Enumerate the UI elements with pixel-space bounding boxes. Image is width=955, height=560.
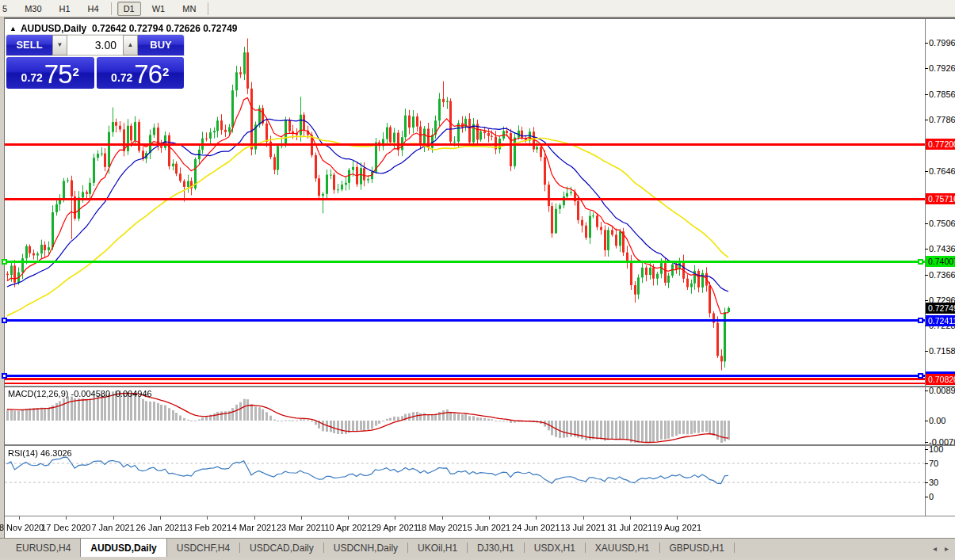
price-badge-0.70820: 0.70820 xyxy=(926,374,955,385)
timeframe-button-h1[interactable]: H1 xyxy=(53,2,77,16)
line-endpoint-handle[interactable] xyxy=(918,373,923,379)
price-badge-0.72749: 0.72749 xyxy=(926,303,955,314)
tab-scroll-left-icon[interactable]: ◂ xyxy=(933,544,937,553)
date-axis-tick xyxy=(677,516,678,520)
horizontal-line-0.75716[interactable] xyxy=(5,198,925,200)
price-axis-label: 0.74360 xyxy=(929,244,955,253)
date-axis-label: 18 May 2021 xyxy=(417,523,468,532)
price-axis-tick xyxy=(925,300,928,301)
rsi-axis-label: 30 xyxy=(929,478,938,487)
macd-axis-tick xyxy=(925,421,928,421)
price-axis-label: 0.71580 xyxy=(929,346,955,356)
price-axis-label: 0.76460 xyxy=(929,166,955,176)
chart-tab-ukoil[interactable]: UKOil,H1 xyxy=(408,539,467,558)
price-axis-label: 0.73660 xyxy=(929,270,955,280)
buy-price-bigfigure: 0.72 xyxy=(111,69,132,86)
tab-scroll-right-icon[interactable]: ▸ xyxy=(945,544,949,553)
buy-price-pipette: 2 xyxy=(162,57,169,87)
chart-tab-usdx[interactable]: USDX,H1 xyxy=(525,539,585,558)
macd-label: MACD(12,26,9) -0.004580 -0.004946 xyxy=(8,389,152,398)
metatrader-window: 5M30H1H4D1W1MN ▲AUDUSD,Daily 0.72642 0.7… xyxy=(0,0,955,560)
rsi-axis-tick xyxy=(925,463,928,464)
price-axis-tick xyxy=(925,223,928,224)
date-axis-label: 24 Jun 2021 xyxy=(512,523,560,532)
chart-tab-usdcad[interactable]: USDCAD,Daily xyxy=(240,539,323,558)
rsi-panel-separator[interactable] xyxy=(5,444,955,446)
buy-button[interactable]: BUY xyxy=(138,35,184,55)
price-axis-label: 0.79260 xyxy=(929,63,955,73)
horizontal-line-0.74007[interactable] xyxy=(5,261,925,263)
date-axis-tick xyxy=(442,516,443,520)
macd-axis-tick xyxy=(925,442,928,443)
buy-price-box[interactable]: 0.72 76 2 xyxy=(97,57,185,89)
date-axis-tick xyxy=(160,516,161,520)
price-axis-tick xyxy=(925,351,928,352)
timeframe-toolbar: 5M30H1H4D1W1MN xyxy=(0,0,955,17)
rsi-axis-tick xyxy=(925,449,928,450)
line-endpoint-handle[interactable] xyxy=(2,318,7,323)
chart-tab-eurusd[interactable]: EURUSD,H4 xyxy=(6,539,80,558)
macd-values: -0.004580 -0.004946 xyxy=(71,389,151,398)
price-badge-0.72411: 0.72411 xyxy=(926,315,955,326)
date-axis-label: 19 Aug 2021 xyxy=(652,523,701,532)
chart-tab-gbpusd[interactable]: GBPUSD,H1 xyxy=(660,539,734,558)
chart-tab-audusd[interactable]: AUDUSD,Daily xyxy=(80,539,166,558)
price-badge-0.75716: 0.75716 xyxy=(926,193,955,204)
timeframe-button-5[interactable]: 5 xyxy=(0,2,13,16)
date-axis-tick xyxy=(395,516,395,520)
price-axis-label: 0.77860 xyxy=(929,115,955,124)
timeframe-button-d1[interactable]: D1 xyxy=(117,2,141,16)
rsi-axis-tick xyxy=(925,497,928,497)
ohlc-open: 0.72642 xyxy=(92,23,126,34)
line-endpoint-handle[interactable] xyxy=(2,373,7,379)
toolbar-separator xyxy=(111,2,112,15)
chart-tab-xauusd[interactable]: XAUUSD,H1 xyxy=(586,539,659,558)
macd-axis-label: 0.00 xyxy=(929,416,945,425)
tab-separator xyxy=(734,543,735,553)
price-axis-label: 0.79960 xyxy=(929,38,955,48)
chart-tab-dj30[interactable]: DJ30,H1 xyxy=(468,539,524,558)
rsi-axis-tick xyxy=(925,482,928,483)
date-axis-tick xyxy=(113,516,114,520)
line-endpoint-handle[interactable] xyxy=(2,259,7,265)
timeframe-button-m30[interactable]: M30 xyxy=(18,2,48,16)
date-axis-label: 13 Jul 2021 xyxy=(560,523,605,532)
line-endpoint-handle[interactable] xyxy=(918,318,923,323)
price-axis-label: 0.78560 xyxy=(929,90,955,99)
sell-button[interactable]: SELL xyxy=(6,35,52,55)
macd-panel-separator[interactable] xyxy=(5,386,955,387)
date-axis-tick xyxy=(583,516,584,520)
price-axis-tick xyxy=(925,43,928,44)
date-axis-tick xyxy=(301,516,302,520)
horizontal-line-0.709[interactable] xyxy=(5,375,925,377)
timeframe-button-w1[interactable]: W1 xyxy=(146,2,172,16)
bottom-strip xyxy=(0,557,955,560)
timeframe-button-h4[interactable]: H4 xyxy=(82,2,105,16)
date-axis-tick xyxy=(19,516,20,520)
sell-price-pipette: 2 xyxy=(73,57,79,87)
chart-symbol-label: AUDUSD,Daily xyxy=(21,23,86,34)
chart-tab-usdcnh[interactable]: USDCNH,Daily xyxy=(324,539,407,558)
rsi-axis-label: 0 xyxy=(929,492,934,501)
horizontal-line-0.72411[interactable] xyxy=(5,319,925,322)
date-axis-label: 23 Mar 2021 xyxy=(277,523,326,532)
timeframe-button-mn[interactable]: MN xyxy=(176,2,202,16)
volume-decrease-button[interactable]: ▼ xyxy=(52,35,67,55)
line-endpoint-handle[interactable] xyxy=(918,259,923,265)
price-axis-tick xyxy=(925,249,928,250)
chart-tab-usdchf[interactable]: USDCHF,H4 xyxy=(167,539,239,558)
date-axis-tick xyxy=(630,516,631,520)
date-axis-label: 4 Mar 2021 xyxy=(232,523,277,532)
date-axis-label: 5 Jun 2021 xyxy=(468,523,510,532)
sell-price-box[interactable]: 0.72 75 2 xyxy=(6,57,94,89)
volume-increase-button[interactable]: ▲ xyxy=(123,35,138,55)
horizontal-line-0.7071[interactable] xyxy=(5,383,925,384)
volume-input[interactable]: 3.00 xyxy=(67,35,123,55)
rsi-indicator-canvas[interactable] xyxy=(5,446,925,516)
date-axis-tick xyxy=(536,516,537,520)
ohlc-high: 0.72794 xyxy=(129,23,163,34)
horizontal-line-0.7082[interactable] xyxy=(5,378,925,380)
collapse-triangle-icon[interactable]: ▲ xyxy=(10,25,17,32)
sell-price-pips: 75 xyxy=(44,63,72,86)
horizontal-line-0.772[interactable] xyxy=(5,143,925,146)
